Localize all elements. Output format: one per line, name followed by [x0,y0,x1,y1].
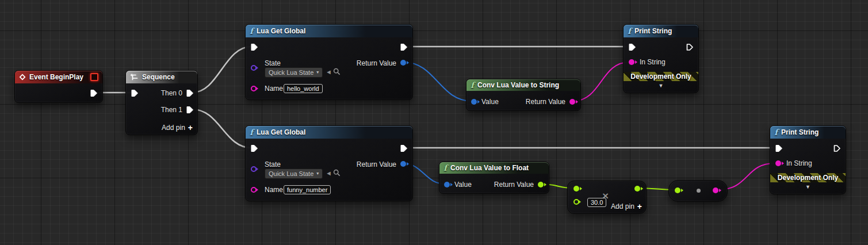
value-pin[interactable] [444,182,450,187]
function-icon: f [774,128,778,136]
name-value-input[interactable]: funny_number [284,185,331,194]
exec-out-pin[interactable] [90,89,98,97]
pin-label-state: State [265,59,281,67]
pin-label-value: Value [481,98,499,106]
state-pin[interactable] [251,166,257,172]
sequence-add-pin-button[interactable]: Add pin + [162,124,193,132]
exec-in-pin[interactable] [131,89,139,97]
sequence-icon [130,74,139,81]
pin-label-name: Name [265,186,283,194]
exec-out-pin[interactable] [833,144,841,152]
pin-label-return-value: Return Value [494,181,534,189]
use-selected-asset-icon[interactable]: ◄ [326,170,332,177]
pin-label-name: Name [265,85,283,93]
node-title: Event BeginPlay [29,73,83,81]
multiply-add-pin-button[interactable]: Add pin + [611,202,642,210]
exec-in-pin[interactable] [628,43,636,51]
chevron-down-icon: ▾ [316,70,319,75]
conversion-input-pin[interactable] [675,187,680,193]
node-title: Print String [634,27,672,35]
state-pin[interactable] [251,65,257,71]
chevron-down-icon: ▾ [316,171,319,176]
pin-label-return-value: Return Value [357,160,396,169]
node-title: Conv Lua Value to String [477,81,559,89]
function-icon: f [628,27,631,35]
advanced-pins-toggle[interactable]: ▼ [624,83,698,89]
exec-out-pin-then1[interactable] [186,106,194,114]
add-pin-label: Add pin [162,124,185,132]
multiply-input-a-pin[interactable] [573,186,579,192]
node-conv-lua-value-to-string[interactable]: f Conv Lua Value to String Value Return … [466,79,581,111]
node-title: Conv Lua Value to Float [450,164,529,172]
advanced-pins-toggle[interactable]: ▼ [770,185,846,190]
exec-in-pin[interactable] [775,144,783,152]
plus-icon: + [637,202,642,210]
state-asset-dropdown[interactable]: Quick Lua State ▾ [265,67,323,78]
pin-label-in-string: In String [786,159,812,167]
pin-label-then1: Then 1 [161,106,182,114]
node-float-to-string-conversion[interactable] [668,180,728,202]
function-icon: f [471,81,474,89]
node-title: Lua Get Global [257,128,305,136]
return-value-pin[interactable] [538,182,544,187]
exec-out-pin[interactable] [686,43,694,51]
exec-in-pin[interactable] [250,144,258,152]
node-sequence[interactable]: Sequence Then 0 Then 1 Add pin + [125,70,198,135]
return-value-pin[interactable] [569,99,575,105]
development-only-label: Development Only [630,72,691,81]
multiply-input-b-value[interactable]: 30.0 [587,198,606,207]
pin-label-return-value: Return Value [357,59,396,67]
function-icon: f [250,128,253,136]
plus-icon: + [188,124,193,132]
multiply-input-b-pin[interactable] [573,199,579,205]
event-debug-indicator [90,73,98,81]
event-diamond-icon [19,74,26,81]
pin-label-return-value: Return Value [526,98,565,106]
return-value-pin[interactable] [400,60,406,66]
exec-out-pin[interactable] [400,43,408,51]
node-title: Print String [781,128,819,136]
browse-asset-icon[interactable] [333,68,341,75]
exec-wire-then0-luagetglobal1 [192,47,251,93]
state-dropdown-value: Quick Lua State [269,69,313,76]
node-title: Lua Get Global [257,27,305,35]
blueprint-graph-canvas[interactable]: Event BeginPlay Sequence Then 0 Then 1 [0,0,868,245]
exec-in-pin[interactable] [250,43,258,51]
exec-out-pin-then0[interactable] [186,89,194,97]
multiply-output-pin[interactable] [634,186,640,192]
node-lua-get-global-2[interactable]: f Lua Get Global State Quick Lua State ▾… [245,125,413,201]
exec-out-pin[interactable] [400,144,408,152]
function-icon: f [250,27,253,35]
value-pin[interactable] [471,99,477,105]
function-icon: f [443,164,447,172]
conversion-output-pin[interactable] [713,187,718,193]
name-value-input[interactable]: hello_world [284,84,323,93]
node-print-string-1[interactable]: f Print String In String Development Onl… [623,24,699,93]
in-string-pin[interactable] [629,59,634,65]
pin-label-value: Value [454,181,472,189]
development-only-banner: Development Only [770,173,846,182]
exec-wire-then1-luagetglobal2 [192,109,251,148]
conversion-dot [697,189,701,193]
pin-label-state: State [265,160,281,169]
in-string-pin[interactable] [775,160,781,166]
data-wire-returnvalue1-convstring [403,62,472,101]
pin-label-then0: Then 0 [161,89,182,97]
pin-label-in-string: In String [640,58,666,66]
browse-asset-icon[interactable] [333,169,341,177]
name-pin[interactable] [251,86,257,91]
node-lua-get-global-1[interactable]: f Lua Get Global State Quick Lua State ▾… [245,24,413,100]
node-conv-lua-value-to-float[interactable]: f Conv Lua Value to Float Value Return V… [439,162,549,194]
use-selected-asset-icon[interactable]: ◄ [326,69,332,75]
development-only-label: Development Only [778,174,838,182]
add-pin-label: Add pin [611,202,634,210]
return-value-pin[interactable] [400,161,406,167]
node-event-beginplay[interactable]: Event BeginPlay [14,70,103,103]
node-title: Sequence [142,73,175,81]
development-only-banner: Development Only [624,72,698,81]
node-multiply[interactable]: × 30.0 Add pin + [567,181,647,214]
name-pin[interactable] [251,187,257,193]
state-dropdown-value: Quick Lua State [269,170,313,177]
node-print-string-2[interactable]: f Print String In String Development Onl… [770,125,846,194]
state-asset-dropdown[interactable]: Quick Lua State ▾ [265,169,323,179]
